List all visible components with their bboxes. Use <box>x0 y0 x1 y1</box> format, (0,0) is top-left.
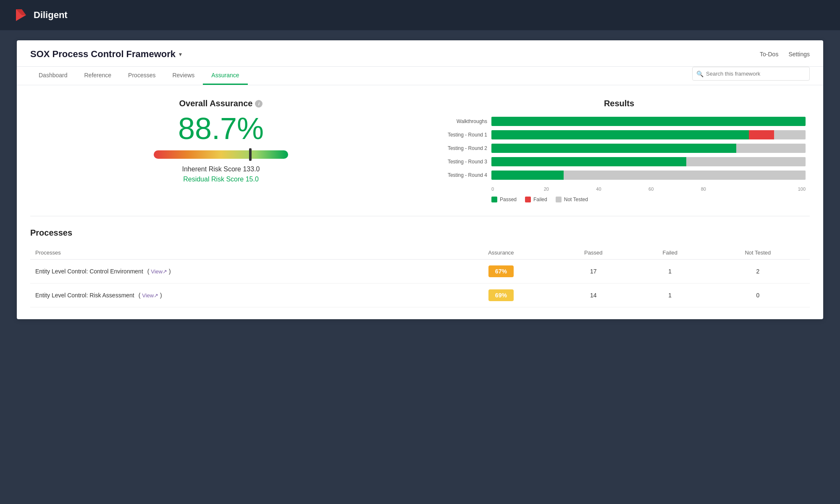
framework-title: SOX Process Control Framework <box>30 49 176 60</box>
failed-2: 1 <box>634 284 706 307</box>
processes-section-title: Processes <box>30 228 810 238</box>
gradient-bar <box>154 150 288 159</box>
assurance-badge-2: 69% <box>449 284 553 307</box>
assurance-content: Overall Assurance i 88.7% Inherent Risk … <box>17 85 823 216</box>
th-process: Processes <box>30 246 449 260</box>
framework-header: SOX Process Control Framework ▾ To-Dos S… <box>17 40 823 67</box>
todos-link[interactable]: To-Dos <box>760 51 778 58</box>
bar-not-tested-round1 <box>774 130 806 139</box>
bar-passed-walkthroughs <box>491 117 806 126</box>
search-input[interactable] <box>692 67 810 81</box>
process-name-2: Entity Level Control: Risk Assessment ( … <box>30 284 449 307</box>
bar-passed-round1 <box>491 130 749 139</box>
framework-dropdown-icon[interactable]: ▾ <box>179 51 182 58</box>
chart-row-round2: Testing - Round 2 <box>433 144 806 153</box>
chart-legend: Passed Failed Not Tested <box>491 197 806 202</box>
legend-not-tested: Not Tested <box>556 197 588 202</box>
processes-table: Processes Assurance Passed Failed Not Te… <box>30 246 810 307</box>
assurance-badge-1: 67% <box>449 260 553 284</box>
bar-failed-round1 <box>749 130 774 139</box>
chart-label-round4: Testing - Round 4 <box>433 172 487 178</box>
view-link-1[interactable]: View↗ <box>151 268 167 275</box>
th-passed: Passed <box>553 246 634 260</box>
results-title: Results <box>428 99 810 108</box>
legend-label-passed: Passed <box>500 197 517 202</box>
x-tick-20: 20 <box>544 186 596 192</box>
assurance-title: Overall Assurance i <box>39 99 403 108</box>
th-assurance: Assurance <box>449 246 553 260</box>
x-tick-100: 100 <box>753 186 806 192</box>
gradient-bar-marker <box>249 148 252 161</box>
chart-bars-round3 <box>491 157 806 166</box>
passed-2: 14 <box>553 284 634 307</box>
legend-label-not-tested: Not Tested <box>564 197 588 202</box>
chart-label-round2: Testing - Round 2 <box>433 145 487 151</box>
chart-area: Walkthroughs Testing - Round 1 <box>428 117 810 202</box>
passed-1: 17 <box>553 260 634 284</box>
processes-section: Processes Processes Assurance Passed Fai… <box>17 216 823 319</box>
bar-passed-round3 <box>491 157 686 166</box>
table-row: Entity Level Control: Risk Assessment ( … <box>30 284 810 307</box>
legend-label-failed: Failed <box>533 197 547 202</box>
top-bar: Diligent <box>0 0 840 30</box>
results-panel: Results Walkthroughs Testing - Round 1 <box>428 99 810 202</box>
not-tested-2: 0 <box>706 284 810 307</box>
legend-passed: Passed <box>491 197 517 202</box>
tab-assurance[interactable]: Assurance <box>203 67 247 85</box>
view-link-2[interactable]: View↗ <box>142 292 158 299</box>
chart-label-walkthroughs: Walkthroughs <box>433 118 487 124</box>
bar-not-tested-round2 <box>736 144 806 153</box>
search-wrap: 🔍 <box>692 67 810 81</box>
residual-risk-score: Residual Risk Score 15.0 <box>39 176 403 183</box>
header-actions: To-Dos Settings <box>760 51 810 64</box>
th-failed: Failed <box>634 246 706 260</box>
chart-bars-round1 <box>491 130 806 139</box>
tabs-row: Dashboard Reference Processes Reviews As… <box>30 67 248 85</box>
x-tick-80: 80 <box>701 186 753 192</box>
x-tick-40: 40 <box>596 186 648 192</box>
chart-label-round1: Testing - Round 1 <box>433 132 487 138</box>
legend-dot-passed <box>491 197 497 202</box>
table-row: Entity Level Control: Control Environmen… <box>30 260 810 284</box>
tab-reviews[interactable]: Reviews <box>164 67 203 85</box>
chart-bars-round2 <box>491 144 806 153</box>
th-not-tested: Not Tested <box>706 246 810 260</box>
framework-title-row: SOX Process Control Framework ▾ <box>30 49 182 66</box>
legend-dot-not-tested <box>556 197 562 202</box>
logo-area: Diligent <box>13 8 68 23</box>
chart-bars-walkthroughs <box>491 117 806 126</box>
assurance-percentage: 88.7% <box>39 113 403 144</box>
chart-label-round3: Testing - Round 3 <box>433 159 487 165</box>
settings-link[interactable]: Settings <box>788 51 810 58</box>
bar-passed-round2 <box>491 144 736 153</box>
failed-1: 1 <box>634 260 706 284</box>
logo-text: Diligent <box>34 10 68 21</box>
chart-row-walkthroughs: Walkthroughs <box>433 117 806 126</box>
not-tested-1: 2 <box>706 260 810 284</box>
chart-bars-round4 <box>491 171 806 180</box>
bar-not-tested-round3 <box>686 157 806 166</box>
tab-dashboard[interactable]: Dashboard <box>30 67 76 85</box>
legend-dot-failed <box>525 197 531 202</box>
chart-row-round3: Testing - Round 3 <box>433 157 806 166</box>
bar-passed-round4 <box>491 171 564 180</box>
main-container: SOX Process Control Framework ▾ To-Dos S… <box>17 40 823 319</box>
overall-assurance-panel: Overall Assurance i 88.7% Inherent Risk … <box>30 99 412 183</box>
info-icon[interactable]: i <box>255 100 262 108</box>
gradient-bar-wrap <box>154 150 288 159</box>
process-name-1: Entity Level Control: Control Environmen… <box>30 260 449 284</box>
chart-row-round4: Testing - Round 4 <box>433 171 806 180</box>
x-tick-60: 60 <box>648 186 701 192</box>
assurance-grid: Overall Assurance i 88.7% Inherent Risk … <box>30 99 810 202</box>
inherent-risk-score: Inherent Risk Score 133.0 <box>39 165 403 173</box>
badge-2: 69% <box>488 289 514 301</box>
bar-not-tested-round4 <box>564 171 806 180</box>
tab-reference[interactable]: Reference <box>76 67 120 85</box>
table-header-row: Processes Assurance Passed Failed Not Te… <box>30 246 810 260</box>
legend-failed: Failed <box>525 197 547 202</box>
chart-x-axis: 0 20 40 60 80 100 <box>491 184 806 192</box>
tabs-search-row: Dashboard Reference Processes Reviews As… <box>17 67 823 85</box>
tab-processes[interactable]: Processes <box>120 67 164 85</box>
chart-row-round1: Testing - Round 1 <box>433 130 806 139</box>
diligent-logo-icon <box>13 8 29 23</box>
